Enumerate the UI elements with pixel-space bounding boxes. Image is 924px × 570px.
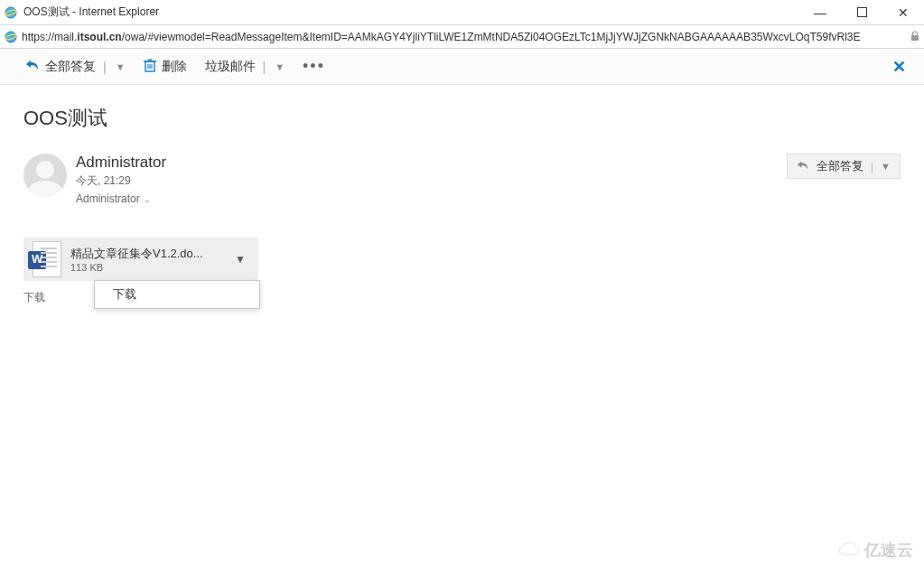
reply-all-icon	[797, 159, 809, 174]
reply-all-button[interactable]: 全部答复 | ▼	[18, 54, 133, 79]
sender-name: Administrator	[76, 154, 166, 172]
attachment-filename: 精品文章征集令V1.2.do...	[70, 246, 231, 262]
attachment-filesize: 113 KB	[70, 262, 231, 273]
avatar	[23, 154, 67, 197]
attachment-dropdown: 下载	[94, 280, 260, 309]
ie-icon	[4, 5, 18, 20]
attachment-info: 精品文章征集令V1.2.do... 113 KB	[70, 246, 231, 273]
window-controls: — ✕	[799, 0, 924, 25]
delete-label: 删除	[162, 59, 187, 75]
recipient-line[interactable]: Administrator ⌄	[76, 192, 166, 205]
watermark: 亿速云	[837, 539, 913, 561]
maximize-button[interactable]	[841, 0, 882, 25]
more-button[interactable]: •••	[295, 57, 332, 76]
chevron-down-icon[interactable]: ▼	[275, 61, 285, 72]
delete-button[interactable]: 删除	[136, 54, 194, 79]
address-bar[interactable]: https://mail.itsoul.cn/owa/#viewmodel=Re…	[0, 25, 924, 49]
close-message-button[interactable]: ✕	[892, 57, 906, 77]
recipient-name: Administrator	[76, 192, 140, 205]
trash-icon	[144, 58, 156, 75]
chevron-down-icon[interactable]: ▼	[231, 253, 249, 266]
sender-info: Administrator 今天, 21:29 Administrator ⌄	[76, 154, 166, 205]
close-button[interactable]: ✕	[882, 0, 924, 25]
reply-all-icon	[25, 58, 40, 75]
dropdown-download[interactable]: 下载	[95, 281, 259, 308]
lock-icon	[910, 29, 920, 45]
watermark-text: 亿速云	[864, 539, 913, 561]
message-date: 今天, 21:29	[76, 173, 166, 189]
chevron-down-icon[interactable]: ▼	[116, 61, 126, 72]
svg-rect-5	[911, 35, 919, 41]
message-subject: OOS测试	[23, 105, 901, 132]
message-header: Administrator 今天, 21:29 Administrator ⌄ …	[23, 154, 901, 205]
window-titlebar: OOS测试 - Internet Explorer — ✕	[0, 0, 924, 25]
url-text: https://mail.itsoul.cn/owa/#viewmodel=Re…	[22, 31, 906, 43]
junk-label: 垃圾邮件	[205, 59, 256, 75]
word-doc-icon	[33, 241, 61, 277]
svg-rect-2	[857, 8, 866, 17]
ie-icon	[4, 30, 18, 44]
reply-all-label: 全部答复	[45, 59, 96, 75]
junk-button[interactable]: 垃圾邮件 | ▼	[198, 55, 293, 79]
reply-all-quick-label: 全部答复	[817, 158, 863, 174]
message-toolbar: 全部答复 | ▼ 删除 垃圾邮件 | ▼ ••• ✕	[0, 49, 924, 85]
window-title: OOS测试 - Internet Explorer	[23, 5, 159, 20]
reply-all-quick-button[interactable]: 全部答复 | ▼	[787, 154, 901, 179]
chevron-down-icon[interactable]: ▼	[881, 161, 891, 172]
attachment-card[interactable]: 精品文章征集令V1.2.do... 113 KB ▼	[23, 238, 258, 281]
chevron-expand-icon: ⌄	[144, 194, 151, 204]
minimize-button[interactable]: —	[799, 0, 841, 25]
